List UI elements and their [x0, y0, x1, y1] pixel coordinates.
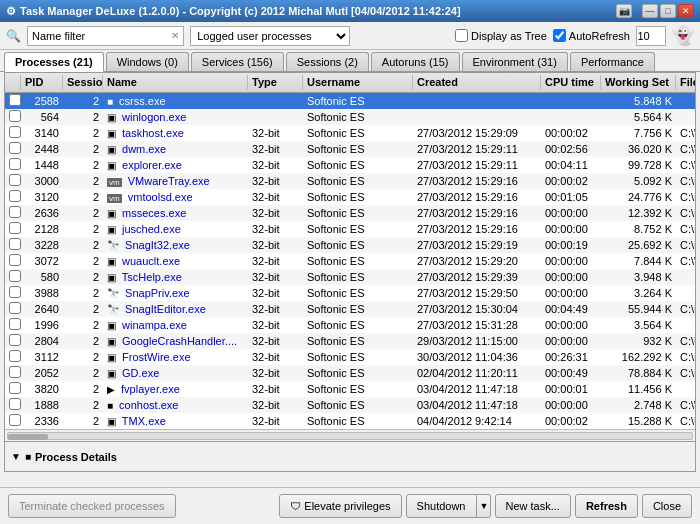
row-checkbox[interactable] [9, 350, 21, 362]
row-created: 27/03/2012 15:29:11 [413, 158, 541, 172]
col-name[interactable]: Name [103, 75, 248, 90]
table-row[interactable]: 1888 2 ■ conhost.exe 32-bit Softonic ES … [5, 397, 695, 413]
col-username[interactable]: Username [303, 75, 413, 90]
row-checkbox[interactable] [9, 414, 21, 426]
table-row[interactable]: 2448 2 ▣ dwm.exe 32-bit Softonic ES 27/0… [5, 141, 695, 157]
row-cpu: 00:00:00 [541, 270, 601, 284]
table-row[interactable]: 3140 2 ▣ taskhost.exe 32-bit Softonic ES… [5, 125, 695, 141]
details-icon: ■ [25, 451, 31, 462]
row-username: Softonic ES [303, 110, 413, 124]
row-cpu: 00:00:00 [541, 398, 601, 412]
row-name: ▣ GoogleCrashHandler.... [103, 334, 248, 348]
autorefresh-checkbox[interactable] [553, 29, 566, 42]
table-row[interactable]: 580 2 ▣ TscHelp.exe 32-bit Softonic ES 2… [5, 269, 695, 285]
scroll-track[interactable] [7, 432, 693, 440]
tab-performance[interactable]: Performance [570, 52, 655, 71]
row-checkbox[interactable] [9, 286, 21, 298]
table-row[interactable]: 3988 2 🔭 SnapPriv.exe 32-bit Softonic ES… [5, 285, 695, 301]
row-checkbox[interactable] [9, 142, 21, 154]
col-session[interactable]: Session [63, 75, 103, 90]
row-checkbox[interactable] [9, 334, 21, 346]
table-row[interactable]: 3228 2 🔭 SnagIt32.exe 32-bit Softonic ES… [5, 237, 695, 253]
table-row[interactable]: 3072 2 ▣ wuauclt.exe 32-bit Softonic ES … [5, 253, 695, 269]
table-row[interactable]: 2804 2 ▣ GoogleCrashHandler.... 32-bit S… [5, 333, 695, 349]
row-checkbox[interactable] [9, 222, 21, 234]
table-row[interactable]: 3112 2 ▣ FrostWire.exe 32-bit Softonic E… [5, 349, 695, 365]
row-checkbox[interactable] [9, 190, 21, 202]
row-checkbox[interactable] [9, 110, 21, 122]
horizontal-scrollbar[interactable] [5, 429, 695, 441]
row-filename: C:\Progran [676, 238, 695, 252]
row-checkbox[interactable] [9, 238, 21, 250]
display-as-tree-checkbox[interactable] [455, 29, 468, 42]
row-type: 32-bit [248, 318, 303, 332]
table-row[interactable]: 3120 2 vm vmtoolsd.exe 32-bit Softonic E… [5, 189, 695, 205]
row-checkbox[interactable] [9, 94, 21, 106]
row-checkbox[interactable] [9, 254, 21, 266]
row-checkbox[interactable] [9, 302, 21, 314]
table-row[interactable]: 1448 2 ▣ explorer.exe 32-bit Softonic ES… [5, 157, 695, 173]
col-cpu[interactable]: CPU time [541, 75, 601, 90]
row-filename: C:\Progran [676, 222, 695, 236]
row-checkbox[interactable] [9, 398, 21, 410]
col-pid[interactable]: PID [21, 75, 63, 90]
camera-button[interactable]: 📷 [616, 4, 632, 18]
table-row[interactable]: 3820 2 ▶ fvplayer.exe 32-bit Softonic ES… [5, 381, 695, 397]
table-row[interactable]: 1996 2 ▣ winampa.exe 32-bit Softonic ES … [5, 317, 695, 333]
row-checkbox[interactable] [9, 158, 21, 170]
table-row[interactable]: 2636 2 ▣ msseces.exe 32-bit Softonic ES … [5, 205, 695, 221]
minimize-button[interactable]: — [642, 4, 658, 18]
row-checkbox[interactable] [9, 206, 21, 218]
new-task-button[interactable]: New task... [495, 494, 571, 518]
row-checkbox[interactable] [9, 270, 21, 282]
refresh-button[interactable]: Refresh [575, 494, 638, 518]
row-checkbox[interactable] [9, 318, 21, 330]
shutdown-dropdown-arrow[interactable]: ▼ [477, 494, 491, 518]
autorefresh-interval-input[interactable] [636, 26, 666, 46]
col-filename[interactable]: Filename [676, 75, 695, 90]
process-filter-dropdown[interactable]: Logged user processes All processes Syst… [190, 26, 350, 46]
row-checkbox-cell [5, 285, 21, 301]
row-checkbox[interactable] [9, 366, 21, 378]
col-working[interactable]: Working Set [601, 75, 676, 90]
maximize-button[interactable]: □ [660, 4, 676, 18]
tab-autoruns[interactable]: Autoruns (15) [371, 52, 460, 71]
row-checkbox[interactable] [9, 382, 21, 394]
scroll-thumb[interactable] [8, 434, 48, 440]
row-checkbox-cell [5, 349, 21, 365]
tab-environment[interactable]: Environment (31) [462, 52, 568, 71]
tab-sessions[interactable]: Sessions (2) [286, 52, 369, 71]
tab-processes[interactable]: Processes (21) [4, 52, 104, 72]
elevate-privileges-button[interactable]: 🛡 Elevate privileges [279, 494, 401, 518]
row-type: 32-bit [248, 222, 303, 236]
col-created[interactable]: Created [413, 75, 541, 90]
name-filter-input[interactable] [88, 30, 168, 42]
table-row[interactable]: 564 2 ▣ winlogon.exe Softonic ES 5.564 K [5, 109, 695, 125]
table-row[interactable]: 3000 2 vm VMwareTray.exe 32-bit Softonic… [5, 173, 695, 189]
tab-windows[interactable]: Windows (0) [106, 52, 189, 71]
row-session: 2 [63, 366, 103, 380]
close-app-button[interactable]: Close [642, 494, 692, 518]
col-type[interactable]: Type [248, 75, 303, 90]
tab-services[interactable]: Services (156) [191, 52, 284, 71]
filter-clear-icon[interactable]: ✕ [171, 30, 179, 41]
process-icon: ▣ [107, 256, 116, 267]
close-button[interactable]: ✕ [678, 4, 694, 18]
table-row[interactable]: 2336 2 ▣ TMX.exe 32-bit Softonic ES 04/0… [5, 413, 695, 429]
row-cpu: 00:00:02 [541, 174, 601, 188]
row-checkbox-cell [5, 301, 21, 317]
table-row[interactable]: 2128 2 ▣ jusched.exe 32-bit Softonic ES … [5, 221, 695, 237]
table-row[interactable]: 2588 2 ■ csrss.exe Softonic ES 5.848 K [5, 93, 695, 109]
process-name: wuauclt.exe [122, 255, 180, 267]
process-icon: ▣ [107, 272, 116, 283]
row-name: ▣ TscHelp.exe [103, 270, 248, 284]
terminate-button[interactable]: Terminate checked processes [8, 494, 176, 518]
row-created: 27/03/2012 15:29:50 [413, 286, 541, 300]
row-checkbox[interactable] [9, 174, 21, 186]
table-row[interactable]: 2640 2 🔭 SnagItEditor.exe 32-bit Softoni… [5, 301, 695, 317]
table-row[interactable]: 2052 2 ▣ GD.exe 32-bit Softonic ES 02/04… [5, 365, 695, 381]
row-checkbox[interactable] [9, 126, 21, 138]
details-collapse-icon[interactable]: ▼ [11, 451, 21, 462]
process-icon: ▣ [107, 416, 116, 427]
shutdown-button[interactable]: Shutdown [406, 494, 477, 518]
